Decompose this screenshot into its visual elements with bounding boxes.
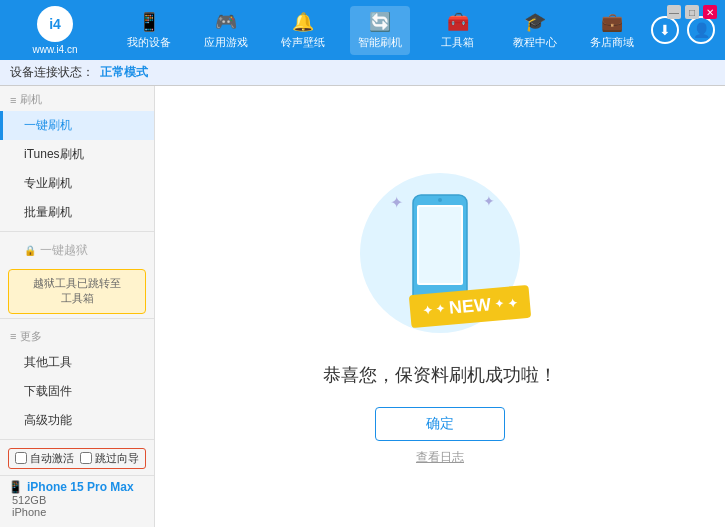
- nav-business[interactable]: 💼 务店商域: [582, 6, 642, 55]
- status-label: 设备连接状态：: [10, 64, 94, 81]
- flash-section-icon: ≡: [10, 94, 16, 106]
- main-layout: ≡ 刷机 一键刷机 iTunes刷机 专业刷机 批量刷机 🔒 一键越狱: [0, 86, 725, 527]
- nav-apps-label: 应用游戏: [204, 35, 248, 50]
- nav-ringtones-label: 铃声壁纸: [281, 35, 325, 50]
- sparkle-right: ✦: [483, 193, 495, 209]
- svg-rect-2: [419, 207, 461, 283]
- nav-tutorial-label: 教程中心: [513, 35, 557, 50]
- device-storage: 512GB: [8, 494, 146, 506]
- toolbox-icon: 🧰: [447, 11, 469, 33]
- status-bar: 设备连接状态： 正常模式: [0, 60, 725, 86]
- skip-guide-checkbox-label[interactable]: 跳过向导: [80, 451, 139, 466]
- download-button[interactable]: ⬇: [651, 16, 679, 44]
- device-type: iPhone: [8, 506, 146, 518]
- sidebar-jailbreak-disabled: 🔒 一键越狱: [0, 236, 154, 265]
- sidebar-one-key-flash[interactable]: 一键刷机: [0, 111, 154, 140]
- flash-section-label: ≡ 刷机: [0, 86, 154, 111]
- auto-activate-checkbox[interactable]: [15, 452, 27, 464]
- nav-bar: 📱 我的设备 🎮 应用游戏 🔔 铃声壁纸 🔄 智能刷机 🧰 工具箱 🎓: [110, 6, 651, 55]
- auto-activate-section: 自动激活 跳过向导: [0, 444, 154, 473]
- status-mode: 正常模式: [100, 64, 148, 81]
- device-info: 📱 iPhone 15 Pro Max 512GB iPhone: [0, 475, 154, 522]
- success-illustration: ✦ ✦ ✦ NEW ✦: [360, 173, 520, 343]
- nav-right: ⬇ 👤: [651, 16, 715, 44]
- sidebar-divider-3: [0, 439, 154, 440]
- nav-smart-flash-label: 智能刷机: [358, 35, 402, 50]
- smart-flash-icon: 🔄: [369, 11, 391, 33]
- user-button[interactable]: 👤: [687, 16, 715, 44]
- minimize-button[interactable]: —: [667, 5, 681, 19]
- sidebar-pro-flash[interactable]: 专业刷机: [0, 169, 154, 198]
- close-button[interactable]: ✕: [703, 5, 717, 19]
- tutorial-icon: 🎓: [524, 11, 546, 33]
- maximize-button[interactable]: □: [685, 5, 699, 19]
- nav-my-device-label: 我的设备: [127, 35, 171, 50]
- view-log-link[interactable]: 查看日志: [416, 449, 464, 466]
- nav-apps-games[interactable]: 🎮 应用游戏: [196, 6, 256, 55]
- device-name: iPhone 15 Pro Max: [27, 480, 134, 494]
- sparkle-left: ✦: [390, 193, 403, 212]
- header: i4 www.i4.cn 📱 我的设备 🎮 应用游戏 🔔 铃声壁纸 🔄 智能刷机…: [0, 0, 725, 60]
- phone-icon: 📱: [8, 480, 23, 494]
- confirm-button[interactable]: 确定: [375, 407, 505, 441]
- window-controls: — □ ✕: [667, 5, 717, 19]
- sidebar-itunes-flash[interactable]: iTunes刷机: [0, 140, 154, 169]
- auto-activate-checkbox-label[interactable]: 自动激活: [15, 451, 74, 466]
- svg-point-4: [438, 198, 442, 202]
- nav-tutorial[interactable]: 🎓 教程中心: [505, 6, 565, 55]
- logo-icon: i4: [37, 6, 73, 42]
- auto-activate-box: 自动激活 跳过向导: [8, 448, 146, 469]
- sidebar: ≡ 刷机 一键刷机 iTunes刷机 专业刷机 批量刷机 🔒 一键越狱: [0, 86, 155, 527]
- phone-circle: ✦ ✦ ✦ NEW ✦: [360, 173, 520, 333]
- nav-toolbox[interactable]: 🧰 工具箱: [428, 6, 488, 55]
- my-device-icon: 📱: [138, 11, 160, 33]
- sidebar-other-tools[interactable]: 其他工具: [0, 348, 154, 377]
- more-section-label: ≡ 更多: [0, 323, 154, 348]
- sidebar-advanced[interactable]: 高级功能: [0, 406, 154, 435]
- nav-ringtones[interactable]: 🔔 铃声壁纸: [273, 6, 333, 55]
- logo: i4 www.i4.cn: [10, 6, 100, 55]
- sidebar-divider-1: [0, 231, 154, 232]
- ringtones-icon: 🔔: [292, 11, 314, 33]
- skip-guide-checkbox[interactable]: [80, 452, 92, 464]
- nav-my-device[interactable]: 📱 我的设备: [119, 6, 179, 55]
- business-icon: 💼: [601, 11, 623, 33]
- nav-smart-flash[interactable]: 🔄 智能刷机: [350, 6, 410, 55]
- sidebar-download-fw[interactable]: 下载固件: [0, 377, 154, 406]
- success-message: 恭喜您，保资料刷机成功啦！: [323, 363, 557, 387]
- nav-business-label: 务店商域: [590, 35, 634, 50]
- nav-toolbox-label: 工具箱: [441, 35, 474, 50]
- device-name-row[interactable]: 📱 iPhone 15 Pro Max: [8, 480, 146, 494]
- content-area: ✦ ✦ ✦ NEW ✦ 恭喜您，保资料刷机成功啦！ 确定 查看日志: [155, 86, 725, 527]
- sidebar-batch-flash[interactable]: 批量刷机: [0, 198, 154, 227]
- logo-url: www.i4.cn: [32, 44, 77, 55]
- sidebar-alert: 越狱工具已跳转至 工具箱: [8, 269, 146, 314]
- apps-icon: 🎮: [215, 11, 237, 33]
- sidebar-divider-2: [0, 318, 154, 319]
